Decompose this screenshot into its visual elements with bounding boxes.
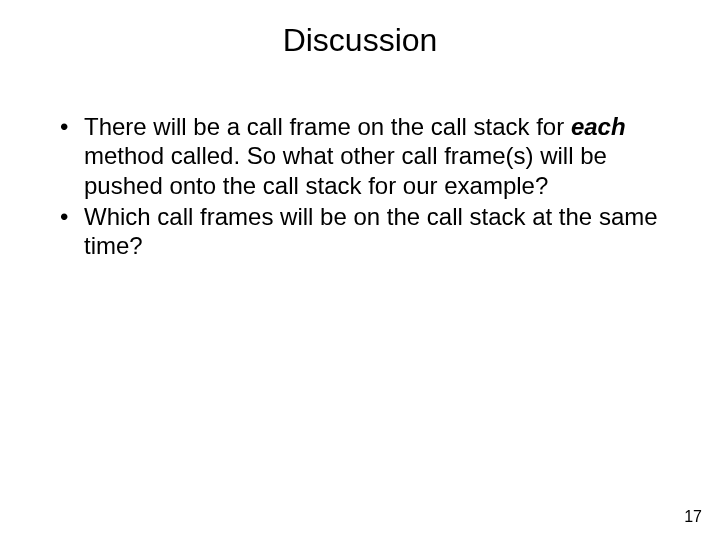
slide: Discussion There will be a call frame on…: [0, 0, 720, 540]
bullet-text-pre: Which call frames will be on the call st…: [84, 203, 658, 259]
bullet-text-pre: There will be a call frame on the call s…: [84, 113, 571, 140]
slide-title: Discussion: [0, 22, 720, 59]
bullet-text-emph: each: [571, 113, 626, 140]
page-number: 17: [684, 508, 702, 526]
bullet-text-post: method called. So what other call frame(…: [84, 142, 607, 198]
list-item: There will be a call frame on the call s…: [54, 112, 666, 200]
bullet-list: There will be a call frame on the call s…: [54, 112, 666, 260]
slide-body: There will be a call frame on the call s…: [54, 112, 666, 262]
list-item: Which call frames will be on the call st…: [54, 202, 666, 261]
